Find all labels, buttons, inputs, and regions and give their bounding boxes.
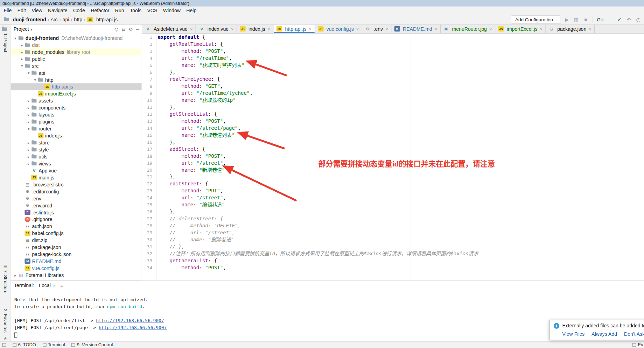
new-terminal-button[interactable] bbox=[60, 283, 63, 289]
menu-code[interactable]: Code bbox=[70, 7, 88, 14]
tree-item-utils[interactable]: ▸utils bbox=[11, 153, 142, 160]
code-line[interactable]: method: "POST", bbox=[158, 48, 644, 55]
code-line[interactable]: getRealTimeList: { bbox=[158, 41, 644, 48]
code-line[interactable]: url: "/street/page", bbox=[158, 125, 644, 132]
code-line[interactable]: export default { bbox=[158, 34, 644, 41]
tab-readme-md[interactable]: MREADME.md bbox=[391, 24, 441, 33]
tree-item-auth-json[interactable]: {}auth.json bbox=[11, 223, 142, 230]
code-line[interactable]: //注释：所有用到删除的接口都需要拼接变量id，所以请求方式采用了挂载在原型链上… bbox=[158, 250, 644, 257]
add-configuration-button[interactable]: Add Configuration... bbox=[511, 16, 561, 23]
tree-item-babel-config-js[interactable]: JSbabel.config.js bbox=[11, 230, 142, 237]
tree-item-package-lock-json[interactable]: {}package-lock.json bbox=[11, 251, 142, 258]
code-line[interactable]: name: "编辑巷道" bbox=[158, 201, 644, 208]
tree-item-src[interactable]: ▾src bbox=[11, 62, 142, 69]
tree-item-eslintrc-js[interactable]: E.eslintrc.js bbox=[11, 209, 142, 216]
chevron-closed-icon[interactable]: ▸ bbox=[19, 50, 24, 54]
toolbar-update-project-button[interactable]: ↓ bbox=[607, 17, 613, 22]
code-line[interactable]: }, bbox=[158, 139, 644, 146]
code-line[interactable]: url: "/realTime", bbox=[158, 55, 644, 62]
menu-refactor[interactable]: Refactor bbox=[88, 7, 112, 14]
hide-icon[interactable]: ─ bbox=[136, 27, 139, 31]
code-line[interactable]: getCameraList: { bbox=[158, 257, 644, 264]
breadcrumb-item-duoji-frontend[interactable]: duoji-frontend bbox=[2, 17, 47, 22]
menu-window[interactable]: Window bbox=[160, 7, 184, 14]
code-line[interactable]: realTimeLychee: { bbox=[158, 76, 644, 83]
chevron-closed-icon[interactable]: ▸ bbox=[26, 113, 31, 117]
toolbar-profiler-button[interactable]: ▥ bbox=[573, 17, 580, 22]
breadcrumb-item-http-api-js[interactable]: JShttp-api.js bbox=[86, 17, 119, 22]
tree-item-plugins[interactable]: ▸plugins bbox=[11, 118, 142, 125]
close-icon[interactable] bbox=[268, 26, 271, 32]
chevron-closed-icon[interactable]: ▸ bbox=[26, 99, 31, 103]
chevron-closed-icon[interactable]: ▸ bbox=[26, 141, 31, 145]
title-bar[interactable]: duoji-frontend [D:\zheheWeb\duoji-fronte… bbox=[0, 0, 644, 7]
tree-item-external-libraries[interactable]: ▸▥External Libraries bbox=[11, 272, 142, 279]
menu-run[interactable]: Run bbox=[112, 7, 127, 14]
tree-item-gitignore[interactable]: G.gitignore bbox=[11, 216, 142, 223]
toolbar-history-button[interactable]: ◷ bbox=[635, 17, 642, 22]
tree-item-public[interactable]: ▸public bbox=[11, 55, 142, 62]
code-line[interactable]: method: "POST", bbox=[158, 118, 644, 125]
tree-item-store[interactable]: ▸store bbox=[11, 139, 142, 146]
chevron-closed-icon[interactable]: ▸ bbox=[19, 43, 24, 47]
tree-item-vue-config-js[interactable]: JSvue.config.js bbox=[11, 265, 142, 272]
tree-item-http[interactable]: ▾http bbox=[11, 76, 142, 83]
code-line[interactable]: }, bbox=[158, 208, 644, 215]
toolbar-stop-button[interactable]: ■ bbox=[582, 17, 589, 22]
code-line[interactable]: // }, bbox=[158, 243, 644, 250]
tool-window-button-project[interactable]: 1: Project bbox=[0, 26, 11, 52]
tree-item-api[interactable]: ▾api bbox=[11, 69, 142, 76]
close-icon[interactable] bbox=[540, 26, 542, 32]
code-line[interactable]: getStreetList: { bbox=[158, 111, 644, 118]
statusbar-event-log[interactable]: Ev bbox=[632, 342, 643, 347]
terminal-tab-local[interactable]: Local bbox=[39, 283, 55, 289]
breadcrumb-item-http[interactable]: http bbox=[73, 17, 84, 22]
menu-vcs[interactable]: VCS bbox=[144, 7, 160, 14]
tool-window-button-structure[interactable]: ▤ 7: Structure bbox=[0, 264, 11, 293]
tree-item-browserslistrc[interactable]: ▤.browserslistrc bbox=[11, 181, 142, 188]
menu-file[interactable]: File bbox=[1, 7, 14, 14]
terminal-link[interactable]: http://192.168.66.56:9007 bbox=[99, 325, 167, 330]
tree-item-env[interactable]: ⚙.env bbox=[11, 195, 142, 202]
tab-http-api-js[interactable]: JShttp-api.js bbox=[274, 24, 315, 33]
tab-index-vue[interactable]: Vindex.vue bbox=[196, 24, 237, 33]
tree-item-http-api-js[interactable]: JShttp-api.js bbox=[11, 83, 142, 90]
code-line[interactable]: name: "获取巷道列表" bbox=[158, 132, 644, 139]
tree-item-dist-zip[interactable]: ▦dist.zip bbox=[11, 237, 142, 244]
breadcrumb-item-api[interactable]: api bbox=[61, 17, 70, 22]
tree-item-env-prod[interactable]: ⚙.env.prod bbox=[11, 202, 142, 209]
tree-item-duoji-frontend[interactable]: ▾duoji-frontendD:\zheheWeb\duoji-fronten… bbox=[11, 35, 142, 42]
close-icon[interactable] bbox=[53, 283, 56, 289]
tree-item-router[interactable]: ▾router bbox=[11, 125, 142, 132]
chevron-closed-icon[interactable]: ▸ bbox=[26, 162, 31, 166]
toolbar-run-button[interactable]: ▶ bbox=[564, 17, 570, 22]
code-line[interactable]: // name: "删除巷道" bbox=[158, 236, 644, 243]
menu-view[interactable]: View bbox=[29, 7, 45, 14]
chevron-closed-icon[interactable]: ▸ bbox=[19, 57, 24, 61]
chevron-closed-icon[interactable]: ▸ bbox=[26, 120, 31, 124]
statusbar-todo[interactable]: 6: TODO bbox=[13, 342, 36, 347]
close-icon[interactable] bbox=[309, 26, 312, 32]
menu-help[interactable]: Help bbox=[183, 7, 199, 14]
close-icon[interactable] bbox=[190, 26, 193, 32]
code-line[interactable]: addStreet: { bbox=[158, 146, 644, 153]
code-line[interactable]: }, bbox=[158, 104, 644, 111]
breadcrumb-item-src[interactable]: src bbox=[50, 17, 59, 22]
tree-item-assets[interactable]: ▸assets bbox=[11, 97, 142, 104]
tab-vue-config-js[interactable]: JSvue.config.js bbox=[315, 24, 362, 33]
code-line[interactable]: // method: "DELETE", bbox=[158, 222, 644, 229]
settings-icon[interactable]: ⚙ bbox=[129, 27, 133, 32]
tree-item-main-js[interactable]: JSmain.js bbox=[11, 174, 142, 181]
tree-item-package-json[interactable]: {}package.json bbox=[11, 244, 142, 251]
menu-navigate[interactable]: Navigate bbox=[45, 7, 70, 14]
tree-item-importexcel-js[interactable]: JSimportExcel.js bbox=[11, 90, 142, 97]
close-icon[interactable] bbox=[435, 26, 438, 32]
code-line[interactable]: url: "/street", bbox=[158, 194, 644, 201]
close-icon[interactable] bbox=[356, 26, 359, 32]
tree-item-views[interactable]: ▸views bbox=[11, 160, 142, 167]
tree-item-index-js[interactable]: JSindex.js bbox=[11, 132, 142, 139]
tab-importexcel-js[interactable]: JSimportExcel.js bbox=[495, 24, 546, 33]
tab-menurouter-jpg[interactable]: ▣menuRouter.jpg bbox=[441, 24, 495, 33]
notification-action-view-files[interactable]: View Files bbox=[562, 331, 584, 337]
tree-item-style[interactable]: ▸style bbox=[11, 146, 142, 153]
